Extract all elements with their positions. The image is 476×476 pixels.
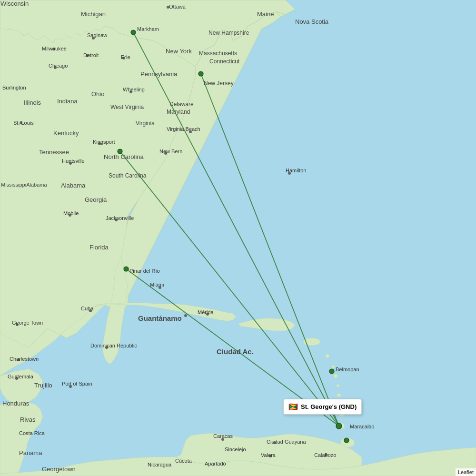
svg-point-44 [105,346,108,349]
svg-point-26 [92,37,95,40]
svg-point-30 [54,66,57,69]
svg-point-47 [15,377,18,380]
svg-point-42 [206,313,209,316]
svg-point-48 [69,385,72,388]
svg-point-51 [269,455,272,457]
svg-point-43 [16,323,19,326]
svg-point-46 [17,358,20,361]
svg-point-34 [164,152,167,155]
svg-point-25 [167,6,169,9]
svg-point-36 [69,162,72,165]
svg-point-40 [89,309,92,312]
svg-point-52 [325,453,327,456]
svg-point-24 [344,438,349,443]
svg-point-49 [273,441,276,444]
svg-point-22 [336,423,342,429]
svg-point-28 [86,54,89,57]
airport-tooltip: 🇬🇩 St. George's (GND) [283,399,362,415]
svg-point-21 [124,267,129,271]
svg-point-9 [337,393,341,397]
leaflet-label: Leaflet [458,469,474,475]
svg-point-37 [69,214,71,217]
svg-point-35 [189,130,192,133]
svg-point-39 [159,286,161,289]
map-container: Wisconsin Michigan Ottawa Maine Nova Sco… [0,0,476,476]
map-svg [0,0,476,476]
tooltip-text: St. George's (GND) [301,403,357,410]
svg-point-19 [198,71,203,76]
svg-point-23 [329,369,334,374]
svg-point-5 [326,354,329,358]
svg-point-7 [334,374,337,378]
flag-icon: 🇬🇩 [288,402,298,411]
svg-point-18 [131,30,136,35]
svg-point-41 [184,314,187,317]
svg-point-29 [122,57,125,60]
svg-point-6 [332,365,335,368]
svg-point-32 [20,121,22,124]
svg-point-31 [129,90,132,93]
svg-point-20 [118,149,122,154]
svg-point-8 [337,384,339,387]
svg-point-33 [98,142,101,145]
svg-point-45 [288,172,291,175]
svg-point-38 [115,218,118,221]
leaflet-attribution[interactable]: Leaflet [456,468,476,476]
svg-point-27 [52,48,55,50]
svg-point-50 [221,438,224,441]
